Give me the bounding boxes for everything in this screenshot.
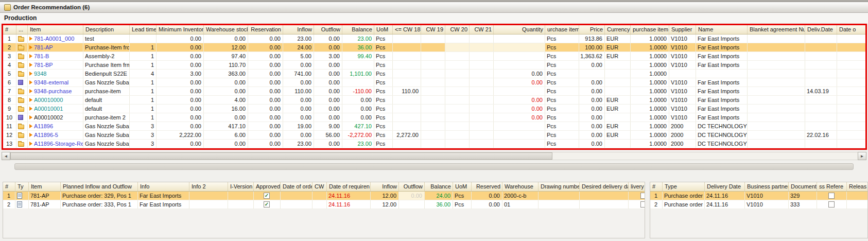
column-header-price[interactable]: Price: [579, 25, 605, 34]
item-link[interactable]: A00010000: [34, 97, 63, 103]
column-header-drawing-number[interactable]: Drawing number: [539, 182, 580, 191]
table-row[interactable]: 2Purchase order24.11.16V1010333: [650, 200, 867, 209]
column-header-business-partner[interactable]: Business partner: [745, 182, 789, 191]
column-header-currency[interactable]: Currency: [605, 25, 631, 34]
item-link[interactable]: 9348-purchase: [34, 88, 72, 94]
column-header-supplier[interactable]: Supplier: [669, 25, 696, 34]
column-header-purchase-item-unit[interactable]: purchase item Unit: [631, 25, 669, 34]
column-header-deliv-date[interactable]: Deliv.Date: [805, 25, 837, 34]
column-header-i-version[interactable]: I-Version: [228, 182, 254, 191]
column-header-col[interactable]: #: [650, 182, 663, 191]
column-header-info[interactable]: Info: [138, 182, 189, 191]
column-header-desired-delivery-date[interactable]: Desired delivery date: [580, 182, 629, 191]
item-link[interactable]: A00010001: [34, 106, 63, 112]
column-header-uom[interactable]: UoM: [453, 182, 472, 191]
link-arrow-icon[interactable]: [29, 72, 32, 76]
column-header-outflow[interactable]: Outflow: [314, 25, 342, 34]
table-row[interactable]: 13A11896-Storage-RelaGas Nozzle Subass30…: [3, 140, 865, 148]
column-header-planned-inflow-and-outflow[interactable]: Planned Inflow and Outflow: [61, 182, 138, 191]
column-header-type[interactable]: Type: [663, 182, 705, 191]
column-header-name[interactable]: Name: [696, 25, 748, 34]
column-header-cw-20[interactable]: CW 20: [445, 25, 470, 34]
scrollbar-track[interactable]: [10, 152, 858, 160]
item-link[interactable]: A11896-Storage-Rela: [34, 141, 83, 147]
column-header-col[interactable]: ...: [16, 25, 28, 34]
table-row[interactable]: 1Purchase order24.11.16V1010329: [650, 192, 867, 200]
table-row[interactable]: 10A00010002purchase-item 210.000.000.000…: [3, 113, 865, 122]
column-header-col[interactable]: #: [3, 182, 15, 191]
table-row[interactable]: 11A11896Gas Nozzle Subass30.00417.100.00…: [3, 122, 865, 131]
column-header-info-2[interactable]: Info 2: [189, 182, 228, 191]
column-header-ss-refere[interactable]: ss Refere: [817, 182, 847, 191]
splitter-bar[interactable]: [14, 163, 854, 170]
column-header-date-o[interactable]: Date o: [837, 25, 865, 34]
table-row[interactable]: 12A11896-5Gas Nozzle Subass32,222.006.00…: [3, 131, 865, 140]
checkbox[interactable]: ✓: [264, 201, 270, 208]
column-header-livery-date-c[interactable]: livery Date C: [629, 182, 645, 191]
column-header-cw-21[interactable]: CW 21: [470, 25, 494, 34]
column-header-item[interactable]: Item: [28, 25, 83, 34]
link-arrow-icon[interactable]: [29, 107, 32, 111]
item-link[interactable]: 9348-external: [34, 79, 68, 85]
checkbox[interactable]: [828, 193, 835, 199]
table-row[interactable]: 8A00010000default10.004.000.000.000.000.…: [3, 96, 865, 105]
table-row[interactable]: 2781-APPurchase-Item fro10.0012.000.0024…: [3, 43, 865, 52]
link-arrow-icon[interactable]: [29, 54, 32, 58]
column-header-lead-time[interactable]: Lead time: [130, 25, 157, 34]
checkbox[interactable]: [640, 201, 645, 208]
column-header-cw[interactable]: CW: [313, 182, 327, 191]
column-header-uom[interactable]: UoM: [374, 25, 393, 34]
column-header-description[interactable]: Description: [83, 25, 130, 34]
checkbox[interactable]: ✓: [264, 193, 270, 199]
column-header-ty[interactable]: Ty: [15, 182, 29, 191]
link-arrow-icon[interactable]: [29, 124, 32, 128]
horizontal-scrollbar[interactable]: ◄ ►: [2, 152, 866, 160]
table-row[interactable]: 9A00010001default10.0016.000.000.000.000…: [3, 105, 865, 113]
table-row[interactable]: 4781-BPPurchase Item frm10.00110.700.000…: [3, 61, 865, 70]
item-link[interactable]: 781-B: [34, 53, 49, 59]
column-header-minimum-inventory[interactable]: Minimum Inventory: [157, 25, 204, 34]
column-header-balance[interactable]: Balance: [425, 182, 453, 191]
column-header-blanket-agreement-numbe[interactable]: Blanket agreement Numbe: [748, 25, 805, 34]
column-header-document[interactable]: Document: [789, 182, 817, 191]
link-arrow-icon[interactable]: [29, 63, 32, 67]
item-link[interactable]: 781-A0001_000: [34, 36, 74, 42]
scroll-right-button[interactable]: ►: [858, 152, 866, 160]
item-link[interactable]: 781-BP: [34, 62, 53, 68]
column-header-item[interactable]: Item: [29, 182, 61, 191]
link-arrow-icon[interactable]: [29, 89, 32, 93]
item-link[interactable]: A00010002: [34, 114, 63, 120]
checkbox[interactable]: [828, 201, 835, 208]
column-header-inflow[interactable]: Inflow: [283, 25, 314, 34]
scrollbar-thumb[interactable]: [10, 152, 552, 160]
column-header-date-of-order[interactable]: Date of order: [281, 182, 313, 191]
table-row[interactable]: 2781-APPurchase order: 333, Pos 1Far Eas…: [3, 200, 645, 209]
column-header-urchase-item-uom-pu[interactable]: urchase item UoM pu: [545, 25, 579, 34]
column-header-releas[interactable]: Releas: [847, 182, 867, 191]
link-arrow-icon[interactable]: [29, 45, 32, 49]
table-row[interactable]: 3781-BAssembly-210.0097.400.005.003.0099…: [3, 52, 865, 61]
item-link[interactable]: 9348: [34, 71, 46, 77]
column-header-warehouse-stock[interactable]: Warehouse stock: [204, 25, 248, 34]
table-row[interactable]: 79348-purchasepurchase-item10.000.000.00…: [3, 87, 865, 96]
column-header-warehouse[interactable]: Warehouse: [502, 182, 539, 191]
table-row[interactable]: 1781-A0001_000test0.000.000.0023.000.002…: [3, 35, 865, 43]
column-header-approved[interactable]: Approved: [254, 182, 281, 191]
link-arrow-icon[interactable]: [29, 142, 32, 146]
item-link[interactable]: A11896-5: [34, 132, 58, 138]
column-header-reservation[interactable]: Reservation: [248, 25, 283, 34]
item-link[interactable]: A11896: [34, 123, 53, 129]
link-arrow-icon[interactable]: [29, 115, 32, 119]
column-header-inflow[interactable]: Inflow: [371, 182, 399, 191]
table-row[interactable]: 1781-APPurchase order: 329, Pos 1Far Eas…: [3, 192, 645, 200]
column-header-balance[interactable]: Balance: [342, 25, 374, 34]
checkbox[interactable]: [640, 193, 645, 199]
column-header-quantity[interactable]: Quantity: [494, 25, 545, 34]
link-arrow-icon[interactable]: [29, 98, 32, 102]
column-header-cw-18[interactable]: <= CW 18: [393, 25, 421, 34]
item-link[interactable]: 781-AP: [34, 44, 53, 50]
link-arrow-icon[interactable]: [29, 133, 32, 137]
window-titlebar[interactable]: Order Recommendation (6): [0, 2, 868, 13]
scroll-left-button[interactable]: ◄: [2, 152, 10, 160]
link-arrow-icon[interactable]: [29, 80, 32, 84]
